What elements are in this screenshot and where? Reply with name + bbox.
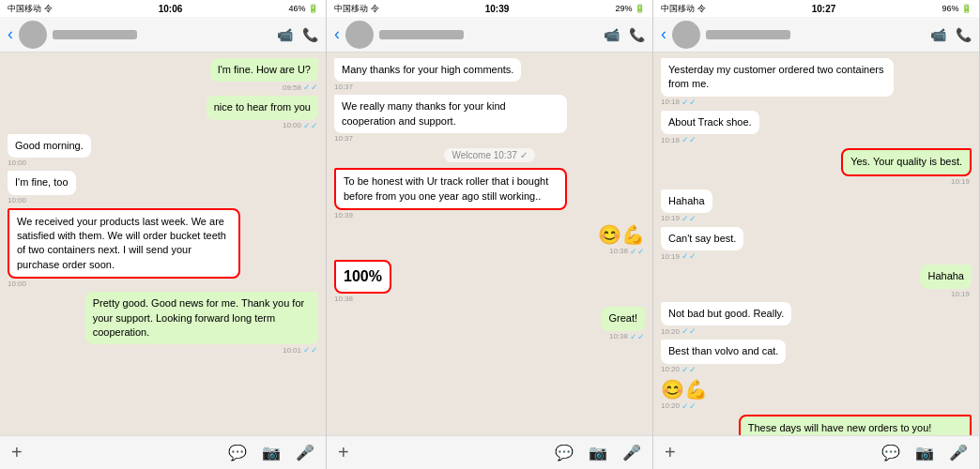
chat-icon[interactable]: 💬 <box>881 444 900 461</box>
avatar <box>345 21 374 49</box>
chat-icon[interactable]: 💬 <box>228 444 247 461</box>
header-icons: 📹 📞 <box>930 27 972 42</box>
mic-icon[interactable]: 🎤 <box>949 444 968 461</box>
message-1: About Track shoe.10:18✓✓ <box>661 111 759 144</box>
message-bubble: Hahaha <box>661 189 712 213</box>
mic-icon[interactable]: 🎤 <box>622 444 641 461</box>
video-icon[interactable]: 📹 <box>930 27 946 42</box>
message-time: 10:19✓✓ <box>661 214 697 223</box>
message-bubble: I'm fine. How are U? <box>210 58 318 82</box>
video-icon[interactable]: 📹 <box>604 27 620 42</box>
message-bubble: We received your products last week. We … <box>8 208 240 280</box>
call-icon[interactable]: 📞 <box>302 27 318 42</box>
message-bubble: Pretty good. Good news for me. Thank you… <box>85 292 318 344</box>
chat-header: ‹ 📹 📞 <box>0 17 326 53</box>
message-9: These days will have new orders to you! … <box>739 415 972 435</box>
mic-icon[interactable]: 🎤 <box>296 444 314 461</box>
camera-icon[interactable]: 📷 <box>915 444 934 461</box>
call-icon[interactable]: 📞 <box>956 27 972 42</box>
message-bubble: Good morning. <box>8 134 91 158</box>
message-bubble: Many thanks for your high comments. <box>334 58 521 82</box>
footer-icons: 💬 📷 🎤 <box>555 444 641 461</box>
message-bubble: Yes. Your quality is best. <box>841 148 972 175</box>
chat-header: ‹ 📹 📞 <box>653 17 979 53</box>
contact-name-area <box>53 30 271 39</box>
message-bubble: To be honest with Ur track roller that i… <box>334 168 567 210</box>
message-time: 10:20✓✓ <box>661 365 697 374</box>
status-time: 10:39 <box>485 4 510 14</box>
back-button[interactable]: ‹ <box>661 24 666 44</box>
chat-footer: + 💬 📷 🎤 <box>327 435 652 469</box>
chat-icon[interactable]: 💬 <box>555 444 574 461</box>
footer-icons: 💬 📷 🎤 <box>228 444 314 461</box>
message-time: 10:37 <box>334 134 355 143</box>
message-time: 10:00 <box>8 159 28 167</box>
contact-name-area <box>706 30 925 39</box>
welcome-label: Welcome 10:37 ✓ <box>444 148 534 162</box>
camera-icon[interactable]: 📷 <box>262 444 281 461</box>
message-time: 10:37 <box>334 83 355 91</box>
message-6: Not bad but good. Really.10:20✓✓ <box>661 302 791 336</box>
status-right: 29% 🔋 <box>615 4 645 13</box>
message-bubble: These days will have new orders to you! … <box>739 415 972 435</box>
message-0: Yesterday my customer ordered two contai… <box>661 58 894 107</box>
contact-name <box>53 30 137 39</box>
message-0: Many thanks for your high comments.10:37 <box>334 58 521 91</box>
message-bubble: Can't say best. <box>661 227 743 250</box>
avatar <box>19 21 47 49</box>
emoji-message: 😊💪 <box>598 223 645 246</box>
header-icons: 📹 📞 <box>604 27 645 42</box>
plus-button[interactable]: + <box>338 442 349 463</box>
status-left: 中国移动 令 <box>661 3 706 15</box>
contact-name-area <box>379 30 598 39</box>
message-8: 😊💪10:20✓✓ <box>661 378 708 411</box>
header-icons: 📹 📞 <box>277 27 318 42</box>
phone-panel-panel2: 中国移动 令 10:39 29% 🔋 ‹ 📹 📞 Many thanks for… <box>327 0 653 469</box>
plus-button[interactable]: + <box>11 442 23 463</box>
message-4: We received your products last week. We … <box>8 208 240 289</box>
message-5: 100%10:38 <box>334 260 391 303</box>
plus-button[interactable]: + <box>665 442 676 463</box>
message-5: Hahaha10:19 <box>920 265 972 297</box>
message-5: Pretty good. Good news for me. Thank you… <box>85 292 318 355</box>
message-time: 10:01✓✓ <box>283 345 318 355</box>
phone-panel-panel3: 中国移动 令 10:27 96% 🔋 ‹ 📹 📞 Yesterday my cu… <box>653 0 980 469</box>
message-bubble: I'm fine, too <box>8 171 76 194</box>
chat-body: I'm fine. How are U?09:58✓✓nice to hear … <box>0 53 326 435</box>
message-time: 10:19✓✓ <box>661 251 697 261</box>
phone-panel-panel1: 中国移动 令 10:06 46% 🔋 ‹ 📹 📞 I'm fine. How a… <box>0 0 327 469</box>
chat-footer: + 💬 📷 🎤 <box>653 435 979 469</box>
message-3: Hahaha10:19✓✓ <box>661 189 712 223</box>
chat-body: Many thanks for your high comments.10:37… <box>327 53 652 435</box>
camera-icon[interactable]: 📷 <box>589 444 607 461</box>
message-bubble: Hahaha <box>920 265 972 288</box>
message-time: 10:38 <box>334 295 355 303</box>
status-right: 46% 🔋 <box>288 4 318 13</box>
message-time: 10:38✓✓ <box>609 247 645 256</box>
message-4: 😊💪10:38✓✓ <box>598 223 645 256</box>
status-right: 96% 🔋 <box>942 4 972 13</box>
message-bubble: nice to hear from you <box>207 96 318 119</box>
message-bubble: Best than volvo and cat. <box>661 340 786 363</box>
back-button[interactable]: ‹ <box>8 24 13 44</box>
status-bar: 中国移动 令 10:06 46% 🔋 <box>0 0 326 17</box>
video-icon[interactable]: 📹 <box>277 27 293 42</box>
message-time: 10:19 <box>951 177 972 186</box>
message-bubble: We really many thanks for your kind coop… <box>334 95 567 133</box>
message-time: 10:20✓✓ <box>661 401 697 411</box>
message-time: 10:18✓✓ <box>661 135 697 144</box>
message-bubble: Great! <box>601 307 645 330</box>
chat-header: ‹ 📹 📞 <box>327 17 652 53</box>
message-time: 10:19 <box>951 290 972 298</box>
message-2: Good morning.10:00 <box>8 134 91 167</box>
message-bubble: Not bad but good. Really. <box>661 302 791 325</box>
message-4: Can't say best.10:19✓✓ <box>661 227 743 261</box>
status-bar: 中国移动 令 10:39 29% 🔋 <box>327 0 652 17</box>
contact-name <box>706 30 790 39</box>
footer-icons: 💬 📷 🎤 <box>881 444 968 461</box>
status-bar: 中国移动 令 10:27 96% 🔋 <box>653 0 979 17</box>
message-3: I'm fine, too10:00 <box>8 171 76 204</box>
back-button[interactable]: ‹ <box>334 24 340 44</box>
call-icon[interactable]: 📞 <box>629 27 645 42</box>
message-bubble: Yesterday my customer ordered two contai… <box>661 58 894 97</box>
